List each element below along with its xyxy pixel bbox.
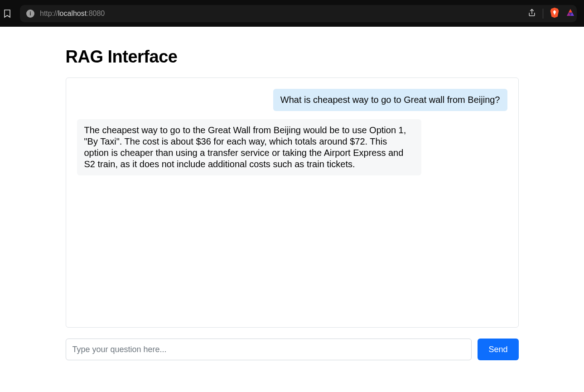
toolbar-divider <box>543 9 543 19</box>
chat-message-user: What is cheapest way to go to Great wall… <box>77 89 507 111</box>
address-bar[interactable]: i http://localhost:8080 <box>20 5 577 22</box>
toolbar-right-icons <box>527 7 575 20</box>
brave-shields-icon[interactable] <box>550 7 560 20</box>
url-host: localhost <box>58 10 87 17</box>
browser-toolbar: i http://localhost:8080 <box>0 0 584 27</box>
page-title: RAG Interface <box>66 47 519 67</box>
content-container: RAG Interface What is cheapest way to go… <box>66 47 519 360</box>
url-text: http://localhost:8080 <box>40 10 105 18</box>
chat-history[interactable]: What is cheapest way to go to Great wall… <box>66 77 519 328</box>
svg-marker-1 <box>569 9 572 13</box>
url-protocol: http:// <box>40 10 58 17</box>
question-input[interactable] <box>66 339 472 360</box>
share-icon[interactable] <box>527 8 536 19</box>
chat-message-assistant: The cheapest way to go to the Great Wall… <box>77 119 507 175</box>
assistant-message-bubble: The cheapest way to go to the Great Wall… <box>77 119 421 175</box>
send-button[interactable]: Send <box>478 339 518 360</box>
composer: Send <box>66 339 519 360</box>
bookmark-icon[interactable] <box>2 8 13 19</box>
brave-rewards-icon[interactable] <box>566 8 575 19</box>
url-port: :8080 <box>87 10 105 17</box>
user-message-bubble: What is cheapest way to go to Great wall… <box>273 89 507 111</box>
site-info-glyph: i <box>29 11 31 16</box>
page-body: RAG Interface What is cheapest way to go… <box>0 27 584 360</box>
site-info-icon[interactable]: i <box>26 10 34 18</box>
